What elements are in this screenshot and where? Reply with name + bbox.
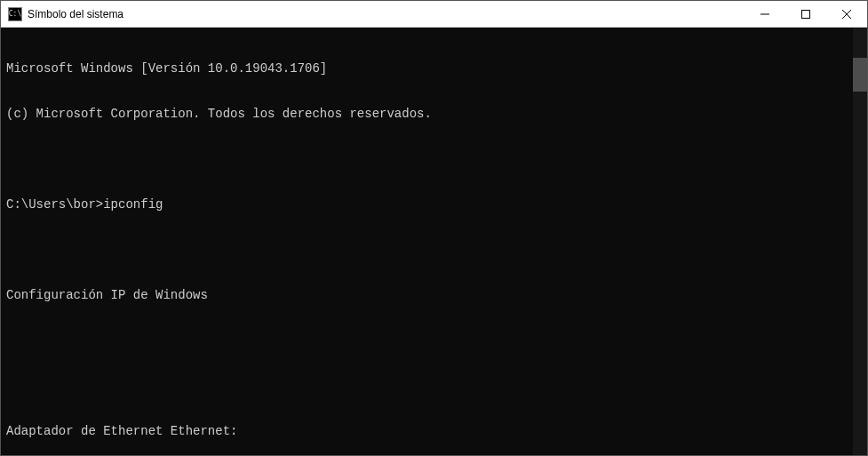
window-title: Símbolo del sistema (28, 8, 745, 20)
maximize-button[interactable] (785, 1, 826, 27)
command-prompt-window: C:\ Símbolo del sistema Microsoft Window… (0, 0, 868, 456)
blank-line (6, 243, 862, 258)
minimize-button[interactable] (745, 1, 785, 27)
blank-line (6, 152, 862, 167)
cmd-icon: C:\ (8, 7, 22, 21)
prompt-line: C:\Users\bor>ipconfig (6, 197, 862, 212)
titlebar[interactable]: C:\ Símbolo del sistema (1, 1, 867, 28)
blank-line (6, 333, 862, 348)
window-controls (745, 1, 867, 27)
command-text: ipconfig (103, 197, 163, 212)
output-line: (c) Microsoft Corporation. Todos los der… (6, 107, 862, 122)
scrollbar-vertical[interactable] (853, 28, 867, 455)
close-button[interactable] (826, 1, 867, 27)
terminal-area[interactable]: Microsoft Windows [Versión 10.0.19043.17… (1, 28, 867, 455)
svg-rect-1 (802, 10, 810, 18)
output-line: Configuración IP de Windows (6, 288, 862, 303)
output-line: Microsoft Windows [Versión 10.0.19043.17… (6, 61, 862, 76)
output-line: Adaptador de Ethernet Ethernet: (6, 424, 862, 439)
blank-line (6, 379, 862, 394)
prompt: C:\Users\bor> (6, 197, 103, 212)
scrollbar-thumb[interactable] (853, 58, 867, 92)
